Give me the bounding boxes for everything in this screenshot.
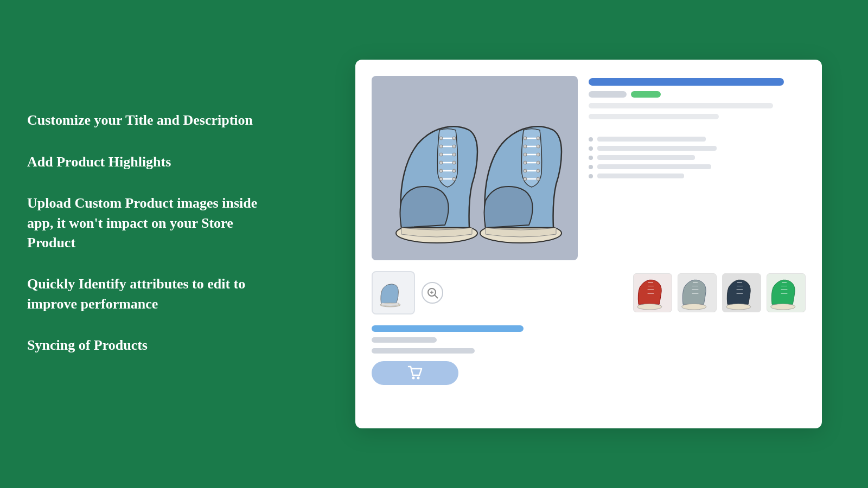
svg-point-34 [524,169,527,172]
feature-text-4: Quickly Identify attributes to edit to i… [27,276,245,311]
feature-item-3: Upload Custom Product images inside app,… [27,194,282,253]
svg-point-35 [537,169,540,172]
variant-gray[interactable] [678,273,717,312]
product-info-panel [589,76,806,260]
thumbnails-row [372,269,806,317]
product-layout [372,76,806,260]
svg-point-63 [412,377,415,380]
svg-point-32 [524,161,527,164]
variant-green[interactable] [767,273,806,312]
svg-point-33 [537,161,540,164]
thumbnail-main[interactable] [372,271,415,314]
feature-item-4: Quickly Identify attributes to edit to i… [27,274,282,314]
variant-shoe-dark [723,274,761,312]
feature-text-5: Syncing of Products [27,337,148,353]
bullet-dot-1 [589,137,593,142]
zoom-svg [426,286,439,299]
variant-dark[interactable] [722,273,761,312]
feature-item-1: Customize your Title and Description [27,111,282,130]
svg-point-28 [524,145,527,148]
svg-point-30 [524,153,527,156]
product-image-main [372,76,578,260]
feature-text-1: Customize your Title and Description [27,112,253,128]
sub-line-1 [372,337,437,343]
bullet-dot-3 [589,156,593,160]
add-to-cart-button[interactable] [372,361,458,385]
svg-point-58 [771,304,795,310]
svg-point-10 [452,145,456,148]
bullet-list [589,137,806,178]
svg-point-48 [682,304,706,310]
svg-point-18 [452,177,456,181]
svg-point-17 [439,177,443,181]
variant-shoe-green [767,274,806,312]
badge-row [589,91,806,98]
badge-green [631,91,661,98]
right-panel [309,43,868,445]
svg-point-15 [439,169,443,172]
svg-point-27 [537,137,540,140]
bullet-line-2 [597,146,717,151]
variant-shoe-red [634,274,672,312]
info-line-1 [589,103,773,108]
svg-point-36 [524,177,527,181]
thumb-variants [633,273,806,312]
variant-red[interactable] [633,273,672,312]
left-panel: Customize your Title and Description Add… [0,78,309,409]
svg-point-26 [524,137,527,140]
price-bar [372,325,524,332]
cart-icon [406,364,424,382]
svg-point-8 [452,137,456,140]
svg-point-7 [439,137,443,140]
bullet-dot-4 [589,165,593,169]
svg-point-29 [537,145,540,148]
svg-point-53 [726,304,751,310]
bullet-dot-2 [589,146,593,151]
svg-point-13 [439,161,443,164]
bullet-line-3 [597,155,695,160]
info-line-2 [589,114,719,119]
bullet-item-5 [589,174,806,178]
bullet-item-4 [589,164,806,169]
svg-point-16 [452,169,456,172]
bullet-line-1 [597,137,706,142]
svg-point-9 [439,145,443,148]
svg-point-31 [537,153,540,156]
bullet-dot-5 [589,174,593,178]
feature-item-2: Add Product Highlights [27,152,282,172]
shoe-illustration [382,87,567,249]
bullet-line-5 [597,174,684,178]
svg-point-12 [452,153,456,156]
bottom-info [372,325,806,385]
feature-text-3: Upload Custom Product images inside app,… [27,195,257,251]
bullet-item-1 [589,137,806,142]
svg-line-40 [435,295,438,298]
thumb-shoe-icon [377,278,410,308]
bullet-item-2 [589,146,806,151]
feature-text-2: Add Product Highlights [27,154,171,170]
svg-point-11 [439,153,443,156]
svg-point-43 [637,304,662,310]
badge-gray [589,91,627,98]
bullet-line-4 [597,164,711,169]
sub-line-2 [372,348,475,354]
browser-mockup [355,60,822,428]
zoom-icon[interactable] [422,282,443,304]
feature-item-5: Syncing of Products [27,336,282,355]
variant-shoe-gray [678,274,717,312]
svg-point-64 [417,377,420,380]
bullet-item-3 [589,155,806,160]
product-title-bar [589,78,784,86]
svg-point-37 [537,177,540,181]
svg-point-14 [452,161,456,164]
